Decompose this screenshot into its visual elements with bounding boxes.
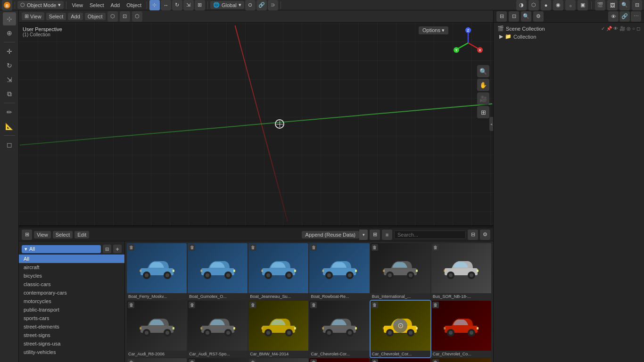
asset-item[interactable]: 🗑 Boat_Ferry_Moskv... xyxy=(127,243,187,300)
options-button[interactable]: Options ▾ xyxy=(419,26,448,34)
list-view-btn[interactable]: ≡ xyxy=(382,230,392,240)
asset-item[interactable]: 🗑 Car_Citroen_C3... xyxy=(431,358,491,362)
scale-tool-btn[interactable]: ⇲ xyxy=(183,0,194,10)
menu-select[interactable]: Select xyxy=(87,1,107,9)
asset-item[interactable]: 🗑 Car_Audi_RS7-Spo... xyxy=(188,301,248,357)
category-item-aircraft[interactable]: aircraft xyxy=(19,263,124,272)
asset-search-input[interactable] xyxy=(394,230,466,239)
vp-mode-btn[interactable]: ⬡ xyxy=(132,11,142,22)
camera-btn[interactable]: 🎥 xyxy=(477,92,489,105)
vp-select-menu[interactable]: Select xyxy=(46,13,66,20)
outliner-search[interactable]: 🔍 xyxy=(521,11,531,22)
asset-item[interactable]: 🗑 Car_Citroen_Berli... xyxy=(127,358,187,362)
category-item-sports-cars[interactable]: sports-cars xyxy=(19,314,124,322)
category-item-contemporary-cars[interactable]: contemporary-cars xyxy=(19,288,124,297)
blender-logo[interactable]: B xyxy=(2,0,12,10)
add-primitive-tool[interactable]: ◻ xyxy=(3,138,16,151)
search-btn[interactable]: 🔍 xyxy=(619,0,630,10)
image-editor-btn[interactable]: 🖼 xyxy=(607,0,618,10)
rotate-tool-btn[interactable]: ↻ xyxy=(172,0,182,10)
eye-icon[interactable]: 👁 xyxy=(613,26,618,31)
asset-item[interactable]: 🗑 Boat_Gumotex_O... xyxy=(188,243,248,300)
rotate-tool[interactable]: ↻ xyxy=(3,59,16,72)
category-item-public-transport[interactable]: public-transport xyxy=(19,305,124,314)
measure-tool[interactable]: 📐 xyxy=(3,120,16,133)
render-btn[interactable]: 🎬 xyxy=(595,0,605,10)
category-item-street-elements[interactable]: street-elements xyxy=(19,322,124,331)
viewport-shading-solid[interactable]: ◑ xyxy=(516,0,527,10)
restrict-icon[interactable]: ○ xyxy=(632,26,635,31)
panel-collapse-handle[interactable]: ◂ xyxy=(489,117,493,131)
pin-icon[interactable]: 📌 xyxy=(606,26,612,31)
overlay-btn[interactable]: ⬦ xyxy=(565,0,576,10)
viewport-shading-wire[interactable]: ⬡ xyxy=(528,0,539,10)
category-item-bicycles[interactable]: bicycles xyxy=(19,272,124,280)
outliner-filter[interactable]: ⊡ xyxy=(509,11,519,22)
asset-item[interactable]: 🗑 Boat_Rowboat-Re... xyxy=(309,243,369,300)
viewport-shading-render[interactable]: ◉ xyxy=(553,0,563,10)
bottom-select-menu[interactable]: Select xyxy=(53,231,73,239)
annotate-tool[interactable]: ✏ xyxy=(3,106,16,119)
asset-item[interactable]: 🗑 Car_Dodge_Charg... xyxy=(248,358,308,362)
outliner-link[interactable]: 🔗 xyxy=(619,11,630,22)
asset-item[interactable]: 🗑 Car_Ferrari_Cali... xyxy=(371,358,430,362)
transform-tool[interactable]: ⧉ xyxy=(3,87,16,100)
outliner-more[interactable]: ⋯ xyxy=(631,11,641,22)
viewport-canvas[interactable]: User Perspective (1) Collection Options … xyxy=(19,23,493,225)
scale-tool[interactable]: ⇲ xyxy=(3,73,16,86)
bottom-view-menu[interactable]: View xyxy=(34,231,51,239)
menu-view[interactable]: View xyxy=(69,1,86,9)
zoom-in-btn[interactable]: 🔍 xyxy=(477,65,489,77)
filter-btn[interactable]: ⊟ xyxy=(632,0,642,10)
asset-item[interactable]: 🗑 Car_Chevrolet_Co... xyxy=(431,301,491,357)
render-visible[interactable]: 👁 xyxy=(608,11,619,22)
prop-edit-btn[interactable]: ⊃ xyxy=(268,0,278,10)
asset-item[interactable]: 🗑 ⊙ Car_Chevrolet_Cor... xyxy=(371,301,430,357)
sidebar-add[interactable]: + xyxy=(113,245,122,253)
menu-object[interactable]: Object xyxy=(124,1,144,9)
settings-btn[interactable]: ⚙ xyxy=(480,230,490,240)
grid-view-btn[interactable]: ⊞ xyxy=(370,230,380,240)
vp-view-menu[interactable]: ⊞ View xyxy=(22,12,44,20)
append-dropdown[interactable]: ▾ xyxy=(359,230,368,240)
menu-add[interactable]: Add xyxy=(108,1,123,9)
asset-item[interactable]: 🗑 Car_Ferrari_458... xyxy=(309,358,369,362)
mode-selector[interactable]: ⬡ Object Mode ▾ xyxy=(17,1,64,9)
all-category-btn[interactable]: ▾ All xyxy=(22,245,101,253)
vp-select-box[interactable]: ⊡ xyxy=(120,11,130,22)
vp-toolbar-toggle[interactable]: ⬡ xyxy=(107,11,118,22)
select-tool-btn[interactable]: ⊹ xyxy=(149,0,160,10)
move-tool[interactable]: ✛ xyxy=(3,45,16,58)
asset-item[interactable]: 🗑 Car_Dodge_Challe... xyxy=(188,358,248,362)
bottom-edit-menu[interactable]: Edit xyxy=(74,231,89,239)
snap-btn[interactable]: 🔗 xyxy=(256,0,267,10)
asset-item[interactable]: 🗑 Car_Chevrolet-Cor... xyxy=(309,301,369,357)
select-tool[interactable]: ⊹ xyxy=(3,12,16,25)
outliner-settings[interactable]: ⚙ xyxy=(533,11,544,22)
outliner-icon[interactable]: ⊟ xyxy=(496,11,507,22)
transform-tool-btn[interactable]: ⊞ xyxy=(195,0,205,10)
append-button[interactable]: Append (Reuse Data) xyxy=(302,231,359,239)
asset-item[interactable]: 🗑 Boat_Jeanneau_Su... xyxy=(248,243,308,300)
filter-btn[interactable]: ⊟ xyxy=(468,230,478,240)
asset-item[interactable]: 🗑 Bus_SOR_NB-18-... xyxy=(431,243,491,300)
persp-btn[interactable]: ⊞ xyxy=(477,106,489,118)
category-item-motorcycles[interactable]: motorcycles xyxy=(19,297,124,305)
category-item-utility-vehicles[interactable]: utility-vehicles xyxy=(19,348,124,356)
pivot-btn[interactable]: ⊙ xyxy=(245,0,256,10)
asset-item[interactable]: 🗑 Bus_International_... xyxy=(371,243,430,300)
asset-item[interactable]: 🗑 Car_Audi_R8-2006 xyxy=(127,301,187,357)
sidebar-filter[interactable]: ⊟ xyxy=(103,245,111,253)
asset-browser-icon[interactable]: ⊞ xyxy=(22,230,32,240)
grab-tool-btn[interactable]: ↔ xyxy=(161,0,171,10)
category-item-street-signs[interactable]: street-signs xyxy=(19,331,124,339)
cursor-tool[interactable]: ⊕ xyxy=(3,26,16,40)
viewport-shading-mat[interactable]: ● xyxy=(541,0,551,10)
asset-item[interactable]: 🗑 Car_BMW_M4-2014 xyxy=(248,301,308,357)
hold-icon[interactable]: ◻ xyxy=(636,26,640,31)
xray-btn[interactable]: ▣ xyxy=(578,0,588,10)
vp-add-menu[interactable]: Add xyxy=(68,13,83,20)
check-icon[interactable]: ✓ xyxy=(601,26,605,31)
transform-space-selector[interactable]: 🌐 Global ▾ xyxy=(210,1,244,9)
category-item-classic-cars[interactable]: classic-cars xyxy=(19,280,124,288)
